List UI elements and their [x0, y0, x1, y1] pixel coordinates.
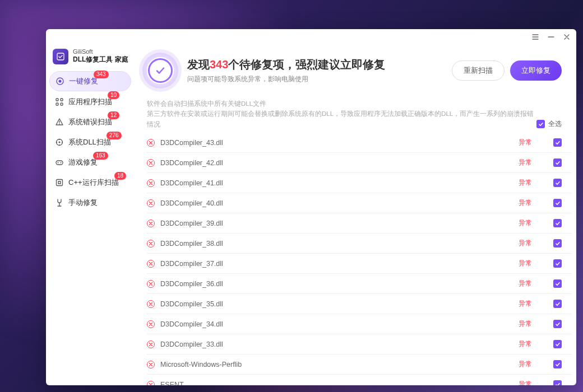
sidebar-icon: [55, 198, 64, 207]
error-icon: [147, 280, 155, 288]
fix-now-button[interactable]: 立即修复: [510, 60, 562, 81]
count-badge: 343: [94, 71, 109, 78]
sidebar-item[interactable]: 手动修复: [49, 193, 131, 212]
brand-vendor: GiliSoft: [73, 48, 128, 55]
select-all-checkbox[interactable]: [536, 120, 545, 128]
row-checkbox[interactable]: [553, 179, 562, 187]
menu-icon[interactable]: [531, 33, 539, 41]
count-badge: 163: [93, 152, 108, 160]
issue-row[interactable]: D3DCompiler_38.dll异常: [147, 234, 572, 254]
count-badge: 18: [114, 172, 126, 180]
svg-rect-3: [56, 99, 58, 101]
issue-row[interactable]: D3DCompiler_41.dll异常: [147, 173, 572, 193]
issue-name: D3DCompiler_43.dll: [160, 139, 513, 147]
sidebar-item-label: 手动修复: [68, 198, 98, 208]
error-icon: [147, 199, 155, 207]
close-button[interactable]: [563, 33, 571, 41]
svg-rect-12: [57, 180, 63, 186]
row-checkbox[interactable]: [553, 259, 562, 268]
issue-row[interactable]: D3DCompiler_34.dll异常: [147, 314, 572, 334]
sidebar-item[interactable]: 系统DLL扫描276: [49, 133, 131, 152]
issue-status: 异常: [519, 259, 532, 268]
issue-row[interactable]: D3DCompiler_33.dll异常: [147, 334, 572, 354]
svg-rect-9: [56, 161, 63, 165]
issue-name: D3DCompiler_37.dll: [160, 260, 513, 268]
issue-row[interactable]: D3DCompiler_43.dll异常: [147, 133, 572, 153]
row-checkbox[interactable]: [553, 320, 562, 328]
issue-status: 异常: [519, 178, 532, 188]
issue-status: 异常: [519, 239, 532, 248]
sidebar-item[interactable]: C++运行库扫描18: [49, 173, 131, 192]
issue-row[interactable]: D3DCompiler_36.dll异常: [147, 274, 572, 294]
count-badge: 12: [108, 111, 119, 119]
sidebar-item-label: 系统错误扫描: [68, 117, 112, 127]
issue-row[interactable]: Microsoft-Windows-Perflib异常: [147, 354, 572, 375]
issue-name: D3DCompiler_36.dll: [160, 280, 513, 288]
sidebar-item[interactable]: 应用程序扫描10: [49, 92, 131, 111]
issue-status: 异常: [519, 279, 532, 288]
titlebar: [46, 29, 576, 45]
issue-row[interactable]: D3DCompiler_35.dll异常: [147, 294, 572, 314]
row-checkbox[interactable]: [553, 360, 562, 368]
issue-name: D3DCompiler_40.dll: [160, 199, 513, 207]
issue-status: 异常: [519, 380, 532, 385]
issue-row[interactable]: D3DCompiler_40.dll异常: [147, 193, 572, 213]
rescan-button[interactable]: 重新扫描: [452, 60, 505, 81]
issue-name: D3DCompiler_39.dll: [160, 220, 513, 227]
issue-name: D3DCompiler_38.dll: [160, 240, 513, 248]
issue-status: 异常: [519, 218, 532, 228]
app-window: GiliSoft DLL修复工具 家庭 一键修复343应用程序扫描10系统错误扫…: [46, 29, 576, 385]
error-icon: [147, 240, 155, 248]
row-checkbox[interactable]: [553, 300, 562, 308]
select-all-label: 全选: [548, 119, 562, 129]
minimize-button[interactable]: [547, 33, 555, 41]
issue-status: 异常: [519, 339, 532, 349]
svg-point-8: [59, 142, 61, 143]
svg-rect-4: [61, 99, 63, 101]
issue-name: D3DCompiler_33.dll: [160, 340, 513, 348]
sidebar-item[interactable]: 游戏修复163: [49, 153, 131, 172]
issue-name: Microsoft-Windows-Perflib: [160, 361, 513, 368]
issue-row[interactable]: D3DCompiler_37.dll异常: [147, 254, 572, 274]
sidebar-icon: [55, 138, 64, 147]
issue-status: 异常: [519, 198, 532, 208]
page-title: 发现343个待修复项，强烈建议立即修复: [187, 57, 443, 72]
row-checkbox[interactable]: [553, 219, 562, 227]
status-badge-icon: [142, 53, 178, 88]
sidebar-item[interactable]: 系统错误扫描12: [49, 113, 131, 132]
error-icon: [147, 361, 155, 368]
error-icon: [147, 159, 155, 167]
row-checkbox[interactable]: [553, 138, 562, 147]
count-badge: 276: [107, 132, 122, 139]
error-icon: [147, 340, 155, 348]
issue-row[interactable]: ESENT异常: [147, 375, 572, 385]
row-checkbox[interactable]: [553, 279, 562, 288]
sidebar-item-label: 系统DLL扫描: [68, 137, 111, 147]
row-checkbox[interactable]: [553, 239, 562, 248]
error-icon: [147, 179, 155, 187]
error-icon: [147, 260, 155, 268]
issue-row[interactable]: D3DCompiler_39.dll异常: [147, 213, 572, 234]
issue-list[interactable]: D3DCompiler_43.dll异常D3DCompiler_42.dll异常…: [135, 133, 574, 385]
issue-row[interactable]: D3DCompiler_42.dll异常: [147, 153, 572, 173]
brand-product: DLL修复工具 家庭: [73, 55, 128, 64]
sidebar-item-label: 一键修复: [69, 76, 98, 86]
error-icon: [147, 139, 155, 147]
error-icon: [147, 300, 155, 308]
issue-status: 异常: [519, 158, 532, 167]
svg-rect-5: [56, 103, 58, 105]
row-checkbox[interactable]: [553, 158, 562, 167]
description: 软件会自动扫描系统中所有关键DLL文件 第三方软件在安装或运行期间可能会替换或删…: [135, 99, 574, 133]
svg-rect-0: [57, 53, 64, 60]
count-badge: 10: [108, 91, 119, 99]
sidebar-icon: [55, 118, 64, 127]
svg-point-2: [59, 80, 62, 83]
row-checkbox[interactable]: [553, 199, 562, 207]
error-icon: [147, 320, 155, 328]
sidebar-item[interactable]: 一键修复343: [49, 71, 131, 91]
row-checkbox[interactable]: [553, 380, 562, 385]
sidebar-icon: [55, 178, 64, 187]
issue-status: 异常: [519, 360, 532, 369]
row-checkbox[interactable]: [553, 340, 562, 348]
select-all[interactable]: 全选: [536, 119, 562, 129]
